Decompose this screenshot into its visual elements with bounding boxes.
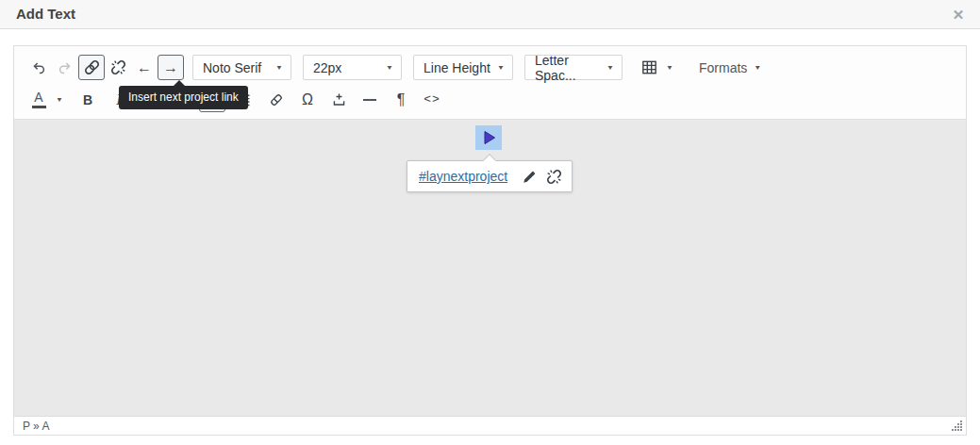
editor-toolbar: ← → Noto Serif ▼ 22px ▼ Line Height ▼ Le…	[14, 46, 966, 120]
resize-grip-icon[interactable]	[951, 420, 963, 432]
unlink-icon[interactable]	[105, 55, 131, 80]
insert-prev-project-link-icon[interactable]: ←	[131, 55, 158, 80]
element-path[interactable]: P » A	[23, 420, 49, 433]
chevron-down-icon: ▼	[606, 64, 614, 72]
letter-spacing-select[interactable]: Letter Spac... ▼	[524, 55, 623, 80]
formats-menu-button[interactable]: Formats ▼	[692, 55, 768, 80]
line-height-select[interactable]: Line Height ▼	[413, 55, 513, 80]
font-family-value: Noto Serif	[203, 60, 261, 75]
tooltip-text: Insert next project link	[128, 91, 239, 104]
text-color-chevron-icon[interactable]: ▼	[52, 87, 67, 112]
clear-formatting-icon[interactable]	[263, 87, 290, 112]
font-size-value: 22px	[313, 60, 341, 75]
chevron-down-icon: ▼	[497, 64, 505, 72]
paragraph-marks-icon[interactable]: ¶	[388, 87, 414, 112]
font-size-select[interactable]: 22px ▼	[303, 55, 402, 80]
bold-icon[interactable]: B	[75, 87, 101, 112]
modal-titlebar: Add Text ✕	[0, 0, 980, 29]
table-icon[interactable]	[636, 55, 662, 80]
remove-link-icon[interactable]	[541, 164, 566, 189]
letter-spacing-value: Letter Spac...	[535, 53, 606, 83]
editor-statusbar: P » A	[14, 416, 966, 435]
play-icon	[479, 128, 498, 147]
insert-next-project-link-icon[interactable]: →	[158, 55, 184, 80]
selected-play-shortcode[interactable]	[475, 125, 502, 150]
close-icon[interactable]: ✕	[948, 5, 969, 25]
text-color-icon[interactable]: A	[25, 87, 52, 112]
chevron-down-icon: ▼	[275, 64, 283, 72]
editor-content-area[interactable]: #laynextproject	[14, 120, 966, 416]
text-editor: ← → Noto Serif ▼ 22px ▼ Line Height ▼ Le…	[13, 45, 967, 436]
chevron-down-icon: ▼	[386, 64, 393, 72]
line-height-value: Line Height	[424, 60, 490, 75]
undo-icon[interactable]	[25, 55, 52, 80]
link-preview-popup: #laynextproject	[407, 160, 573, 192]
source-code-icon[interactable]: <>	[419, 87, 445, 112]
forecolor-letter: A	[34, 91, 42, 104]
chevron-down-icon: ▼	[754, 64, 761, 72]
modal-title: Add Text	[16, 6, 75, 22]
edit-link-icon[interactable]	[517, 164, 541, 189]
tooltip-insert-next-project-link: Insert next project link	[119, 86, 248, 109]
special-character-icon[interactable]: Ω	[294, 87, 321, 112]
link-icon[interactable]	[78, 55, 105, 80]
horizontal-rule-icon[interactable]	[357, 87, 383, 112]
popup-notch	[483, 154, 496, 167]
link-url[interactable]: #laynextproject	[419, 169, 507, 184]
toolbar-row-1: ← → Noto Serif ▼ 22px ▼ Line Height ▼ Le…	[25, 55, 768, 80]
formats-label: Formats	[699, 60, 747, 75]
insert-template-icon[interactable]	[325, 87, 352, 112]
table-button-group: ▼	[636, 55, 677, 80]
font-family-select[interactable]: Noto Serif ▼	[192, 55, 291, 80]
redo-icon[interactable]	[52, 55, 78, 80]
forecolor-swatch	[32, 106, 46, 108]
table-menu-chevron-icon[interactable]: ▼	[662, 55, 677, 80]
